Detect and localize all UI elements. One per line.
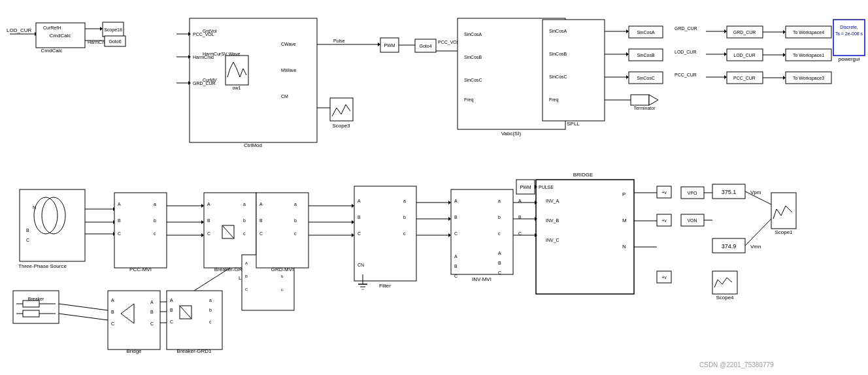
svg-text:A: A xyxy=(358,199,361,203)
svg-text:A: A xyxy=(454,199,458,203)
svg-text:LOD_CUR: LOD_CUR xyxy=(733,53,755,58)
svg-text:a: a xyxy=(403,199,406,203)
svg-text:375.1: 375.1 xyxy=(722,189,737,195)
svg-text:B: B xyxy=(358,215,361,220)
svg-text:B: B xyxy=(454,264,458,269)
svg-text:Terminator: Terminator xyxy=(633,106,656,110)
svg-text:SinCosC: SinCosC xyxy=(464,78,482,82)
svg-text:Breaker-GRD: Breaker-GRD xyxy=(214,267,246,272)
svg-text:SinCosC: SinCosC xyxy=(637,76,655,80)
svg-text:A: A xyxy=(150,300,154,304)
svg-text:Freq: Freq xyxy=(549,97,559,103)
svg-text:B: B xyxy=(259,218,263,223)
svg-text:CurMV: CurMV xyxy=(203,78,217,82)
svg-text:a: a xyxy=(498,199,501,203)
svg-text:C: C xyxy=(259,231,263,236)
svg-text:GRD-MVI: GRD-MVI xyxy=(271,267,294,272)
svg-rect-120 xyxy=(114,193,167,268)
svg-text:CmdCalc: CmdCalc xyxy=(41,48,63,54)
svg-text:B: B xyxy=(150,310,154,314)
svg-text:CurRefH: CurRefH xyxy=(43,25,61,30)
svg-text:Three-Phase Source: Three-Phase Source xyxy=(18,263,67,269)
svg-text:c: c xyxy=(498,231,501,236)
svg-text:CtrlMod: CtrlMod xyxy=(244,142,262,148)
svg-text:CM: CM xyxy=(281,94,288,99)
svg-text:Discrete,: Discrete, xyxy=(840,25,858,29)
svg-text:C: C xyxy=(26,238,29,242)
svg-text:+v: +v xyxy=(661,190,667,195)
svg-text:P: P xyxy=(622,191,626,197)
svg-rect-73 xyxy=(631,95,649,105)
svg-text:C: C xyxy=(245,287,248,291)
svg-text:Scope1: Scope1 xyxy=(775,229,793,235)
svg-text:C: C xyxy=(170,319,173,324)
svg-text:c: c xyxy=(403,231,406,236)
svg-text:Ts = 2e-006 s: Ts = 2e-006 s xyxy=(835,31,863,36)
svg-rect-256 xyxy=(167,291,222,350)
svg-text:N: N xyxy=(622,244,626,250)
svg-text:Scope18: Scope18 xyxy=(104,27,122,33)
svg-text:C: C xyxy=(498,270,501,275)
svg-text:PULSE: PULSE xyxy=(539,185,554,189)
svg-text:+v: +v xyxy=(661,218,667,223)
svg-text:Filter: Filter xyxy=(379,283,391,289)
svg-text:C: C xyxy=(518,231,522,236)
svg-rect-152 xyxy=(256,193,309,268)
diagram-svg: LOD_CUR CmdCalc CurRefH Scope18 HarmCmd … xyxy=(0,0,868,375)
svg-text:MWave: MWave xyxy=(281,68,297,73)
svg-text:B: B xyxy=(245,274,248,278)
svg-text:c: c xyxy=(209,319,212,324)
svg-text:A: A xyxy=(454,254,458,259)
svg-text:Goto6: Goto6 xyxy=(108,39,121,44)
svg-text:powergui: powergui xyxy=(839,56,860,62)
svg-text:Freq: Freq xyxy=(464,97,474,103)
svg-text:A: A xyxy=(245,261,248,265)
svg-text:Pulse: Pulse xyxy=(333,39,345,43)
svg-text:B: B xyxy=(498,261,501,265)
svg-text:Vpm: Vpm xyxy=(750,189,761,195)
svg-text:C: C xyxy=(118,231,121,236)
svg-text:Vmn: Vmn xyxy=(750,244,761,250)
svg-text:PCC-MVI: PCC-MVI xyxy=(129,267,152,272)
svg-rect-185 xyxy=(451,189,513,274)
svg-text:PWM: PWM xyxy=(384,43,395,48)
svg-text:C: C xyxy=(207,231,210,236)
svg-text:A: A xyxy=(259,202,263,206)
svg-text:PWM: PWM xyxy=(520,185,531,189)
svg-text:a: a xyxy=(154,202,156,206)
svg-text:CN: CN xyxy=(358,263,364,267)
svg-text:b: b xyxy=(403,215,406,220)
svg-text:B: B xyxy=(207,218,210,223)
svg-text:SinCosB: SinCosB xyxy=(464,55,482,59)
svg-text:CWave: CWave xyxy=(281,42,296,46)
svg-text:B: B xyxy=(170,308,173,312)
svg-text:SinCosB: SinCosB xyxy=(637,53,655,57)
svg-text:b: b xyxy=(294,218,297,223)
svg-text:a: a xyxy=(243,202,246,206)
svg-text:SinCosB: SinCosB xyxy=(549,52,567,56)
svg-text:SinCosA: SinCosA xyxy=(637,30,655,35)
svg-text:PCC_CUR: PCC_CUR xyxy=(675,73,697,78)
svg-text:Vabc(SI): Vabc(SI) xyxy=(501,131,522,137)
svg-text:+v: +v xyxy=(661,275,667,280)
svg-text:a: a xyxy=(209,298,212,302)
svg-text:A: A xyxy=(170,298,173,302)
svg-text:Breaker-GRD1: Breaker-GRD1 xyxy=(177,348,212,354)
svg-text:INV_C: INV_C xyxy=(546,238,559,243)
svg-text:c: c xyxy=(294,231,297,236)
svg-text:B: B xyxy=(111,310,114,314)
svg-text:Goto4: Goto4 xyxy=(419,44,431,48)
svg-text:B: B xyxy=(26,228,29,233)
svg-text:A: A xyxy=(111,298,114,302)
svg-text:INV_A: INV_A xyxy=(546,199,559,204)
svg-text:b: b xyxy=(154,218,156,223)
svg-text:SinCosA: SinCosA xyxy=(549,29,567,33)
svg-text:C: C xyxy=(150,321,154,326)
svg-text:A: A xyxy=(498,251,501,255)
svg-text:B: B xyxy=(454,215,458,220)
svg-text:PCC_VOL: PCC_VOL xyxy=(438,40,459,45)
svg-text:VPO: VPO xyxy=(688,191,697,195)
svg-text:Scope3: Scope3 xyxy=(332,123,350,129)
svg-text:SinCosC: SinCosC xyxy=(549,74,567,79)
svg-text:ow1: ow1 xyxy=(233,86,241,90)
